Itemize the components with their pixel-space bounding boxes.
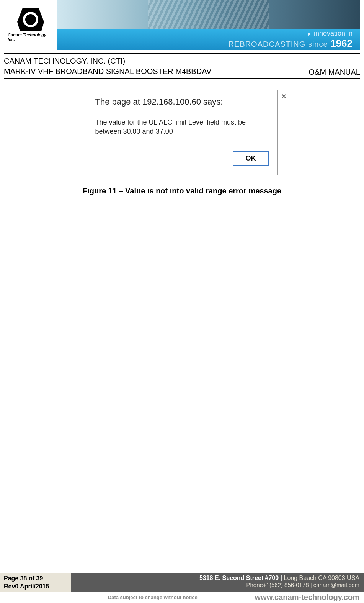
dialog-message: The value for the UL ALC limit Level fie… [95,118,269,136]
doc-type: O&M MANUAL [309,68,360,77]
company-name: CANAM TECHNOLOGY, INC. (CTI) [4,56,211,66]
play-icon: ► [307,31,312,37]
tagline-innovation-text: innovation in [314,29,353,37]
page-footer: Page 38 of 39 Rev0 April/2015 5318 E. Se… [0,573,364,603]
doc-meta-left: CANAM TECHNOLOGY, INC. (CTI) MARK-IV VHF… [4,56,211,77]
footer-contact: 5318 E. Second Street #700 | Long Beach … [71,573,364,592]
ok-button[interactable]: OK [233,151,269,166]
browser-alert-dialog: The page at 192.168.100.60 says: The val… [87,90,278,175]
footer-phone: Phone+1(562) 856-0178 | canam@mail.com [71,582,359,588]
dialog-button-row: OK [95,151,269,166]
tagline-rebroadcast: REBROADCASTING since 1962 [229,38,353,49]
figure-caption: Figure 11 – Value is not into valid rang… [83,187,281,195]
cti-logo-text: Canam Technology Inc. [8,33,54,42]
cti-logo: Canam Technology Inc. [8,2,54,48]
footer-address-bold: 5318 E. Second Street #700 | [199,575,284,581]
logo-column: Canam Technology Inc. [4,0,57,50]
banner-photo-strip [57,0,360,29]
footer-below: Data subject to change without notice ww… [0,592,364,603]
footer-bar: Page 38 of 39 Rev0 April/2015 5318 E. Se… [0,573,364,592]
tagline-rebroadcast-prefix: REBROADCASTING since [229,40,331,48]
dialog-title: The page at 192.168.100.60 says: [95,97,269,107]
footer-address-rest: Long Beach CA 90803 USA [284,575,359,581]
tagline-year: 1962 [330,38,353,49]
header-banner: Canam Technology Inc. ►innovation in REB… [4,0,360,50]
doc-meta-row: CANAM TECHNOLOGY, INC. (CTI) MARK-IV VHF… [4,56,360,79]
footer-address: 5318 E. Second Street #700 | Long Beach … [71,575,359,582]
revision: Rev0 April/2015 [4,583,67,591]
banner-graphic: ►innovation in REBROADCASTING since 1962 [57,0,360,50]
cti-logo-mark [17,8,44,31]
page-number: Page 38 of 39 [4,575,67,583]
tagline-innovation: ►innovation in [307,29,353,38]
footer-url: www.canam-technology.com [255,593,359,602]
header-rule [4,53,360,54]
footer-notice: Data subject to change without notice [51,595,255,600]
close-icon[interactable]: × [282,92,286,101]
figure-11: The page at 192.168.100.60 says: The val… [0,90,364,195]
banner-tagline-bar: ►innovation in REBROADCASTING since 1962 [57,29,360,50]
footer-page-block: Page 38 of 39 Rev0 April/2015 [0,573,71,592]
product-name: MARK-IV VHF BROADBAND SIGNAL BOOSTER M4B… [4,66,211,77]
